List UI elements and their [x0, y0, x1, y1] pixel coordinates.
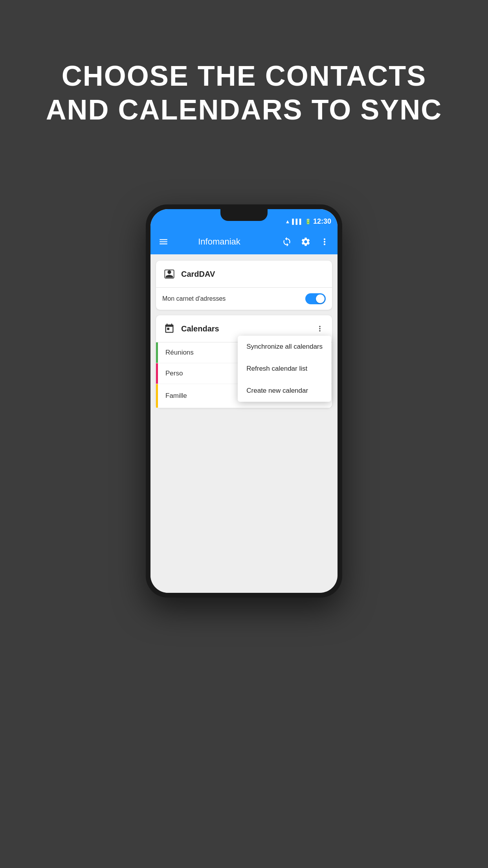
calendars-title: Calendars [181, 324, 309, 333]
calendars-card-wrapper: Calendars Réunions Perso [156, 315, 332, 408]
phone-frame: ▲ ▌▌▌ 🔋 12:30 Infomaniak [146, 204, 342, 598]
hero-line2: AND CALENDARS TO SYNC [31, 93, 457, 127]
content-area: CardDAV Mon carnet d'adresses Calendars [150, 254, 338, 593]
carddav-item-label: Mon carnet d'adresses [162, 295, 226, 302]
status-time: 12:30 [313, 217, 331, 226]
famille-color-bar [156, 384, 158, 408]
perso-color-bar [156, 363, 158, 384]
carddav-card: CardDAV Mon carnet d'adresses [156, 261, 332, 310]
settings-button[interactable] [299, 235, 312, 248]
battery-icon: 🔋 [305, 219, 311, 224]
wifi-icon: ▲ [285, 219, 290, 224]
phone-notch [220, 209, 268, 221]
calendar-dropdown-menu: Synchronize all calendars Refresh calend… [238, 336, 331, 402]
carddav-toggle-row: Mon carnet d'adresses [156, 288, 332, 310]
app-title: Infomaniak [164, 237, 275, 247]
app-bar: Infomaniak [150, 229, 338, 254]
carddav-header: CardDAV [156, 261, 332, 288]
create-new-calendar-item[interactable]: Create new calendar [238, 380, 331, 402]
signal-icon: ▌▌▌ [292, 219, 303, 224]
reunions-color-bar [156, 342, 158, 363]
sync-button[interactable] [280, 235, 294, 248]
phone-screen: ▲ ▌▌▌ 🔋 12:30 Infomaniak [150, 209, 338, 593]
more-options-button[interactable] [318, 235, 331, 248]
calendars-icon [162, 322, 176, 336]
refresh-calendar-list-item[interactable]: Refresh calendar list [238, 358, 331, 380]
calendars-more-button[interactable] [314, 323, 326, 335]
carddav-title: CardDAV [181, 270, 326, 279]
hero-text: CHOOSE THE CONTACTS AND CALENDARS TO SYN… [0, 59, 488, 127]
hero-line1: CHOOSE THE CONTACTS [31, 59, 457, 93]
carddav-icon [162, 267, 176, 281]
carddav-toggle[interactable] [305, 293, 326, 304]
sync-all-calendars-item[interactable]: Synchronize all calendars [238, 336, 331, 358]
